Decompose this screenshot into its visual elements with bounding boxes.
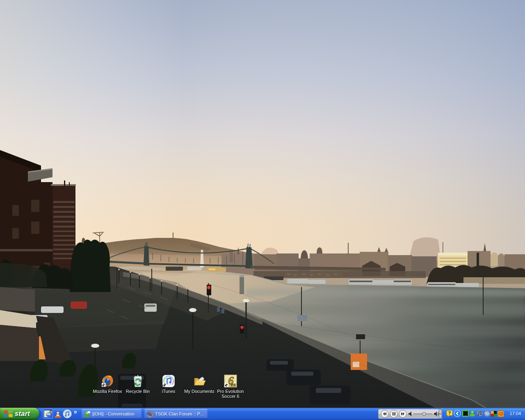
svg-text:?: ?	[448, 411, 451, 415]
svg-text:ES: ES	[231, 383, 236, 387]
